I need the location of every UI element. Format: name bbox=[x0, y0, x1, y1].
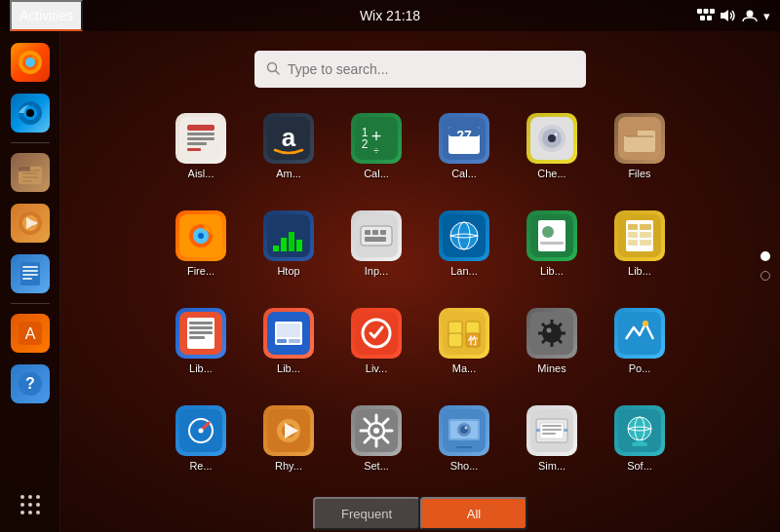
search-input[interactable] bbox=[288, 61, 574, 77]
shotwell-icon bbox=[439, 405, 489, 456]
app-mahjongg[interactable]: 竹 Ma... bbox=[420, 292, 508, 390]
sound-icon[interactable] bbox=[721, 9, 736, 22]
frequent-tab[interactable]: Frequent bbox=[313, 497, 420, 530]
app-libre-calc[interactable]: Lib... bbox=[596, 195, 683, 292]
app-aisle[interactable]: Aisl... bbox=[157, 97, 245, 195]
network-icon[interactable] bbox=[697, 9, 715, 22]
svg-point-34 bbox=[36, 495, 40, 499]
svg-rect-1 bbox=[704, 9, 709, 14]
app-files[interactable]: Files bbox=[596, 97, 683, 195]
svg-line-42 bbox=[276, 70, 280, 74]
mahjongg-icon: 竹 bbox=[439, 308, 489, 359]
app-rhythmbox[interactable]: Rhy... bbox=[245, 390, 332, 487]
app-livepatch[interactable]: Liv... bbox=[332, 292, 420, 390]
app-language[interactable]: Lan... bbox=[420, 195, 508, 292]
app-input[interactable]: Inp... bbox=[332, 195, 420, 292]
sidebar-item-thunderbird[interactable] bbox=[7, 90, 54, 136]
libre-calc-label: Lib... bbox=[628, 265, 651, 277]
svg-rect-24 bbox=[22, 266, 38, 268]
aisle-label: Aisl... bbox=[188, 168, 214, 179]
all-tab[interactable]: All bbox=[420, 497, 527, 530]
svg-rect-82 bbox=[372, 230, 378, 235]
dropdown-icon[interactable]: ▾ bbox=[763, 9, 770, 23]
app-power[interactable]: Po... bbox=[596, 292, 683, 390]
libre-writer-label: Lib... bbox=[189, 362, 213, 374]
svg-rect-96 bbox=[628, 232, 638, 238]
app-simple-scan[interactable]: Sim... bbox=[508, 390, 596, 487]
app-shotwell[interactable]: Sho... bbox=[420, 390, 508, 487]
svg-rect-157 bbox=[542, 429, 562, 431]
svg-rect-47 bbox=[187, 142, 207, 145]
simple-scan-label: Sim... bbox=[538, 460, 566, 472]
svg-rect-97 bbox=[640, 232, 651, 238]
sidebar-item-writer[interactable] bbox=[7, 250, 54, 297]
svg-rect-69 bbox=[624, 131, 638, 136]
app-settings[interactable]: Set... bbox=[332, 390, 420, 487]
help-sidebar-icon: ? bbox=[11, 364, 50, 403]
svg-rect-44 bbox=[187, 125, 214, 131]
svg-rect-48 bbox=[187, 148, 201, 151]
rhythmbox-sidebar-icon bbox=[11, 204, 50, 243]
search-icon bbox=[266, 61, 280, 78]
sidebar-item-rhythmbox[interactable] bbox=[7, 200, 54, 247]
svg-rect-95 bbox=[640, 224, 651, 230]
svg-text:竹: 竹 bbox=[467, 335, 479, 346]
app-libre-draw[interactable]: Lib... bbox=[508, 195, 596, 292]
writer-sidebar-icon bbox=[11, 254, 50, 293]
main-area: Aisl... a Am... + ÷ 1 2 bbox=[60, 31, 780, 532]
svg-rect-17 bbox=[22, 180, 32, 182]
app-software[interactable]: Sof... bbox=[596, 390, 683, 487]
sidebar-item-help[interactable]: ? bbox=[7, 361, 54, 407]
appstore-sidebar-icon: A bbox=[11, 314, 50, 353]
calendar-label: Cal... bbox=[451, 168, 477, 179]
svg-point-9 bbox=[25, 57, 35, 67]
libre-impress-icon bbox=[263, 308, 314, 359]
amazon-label: Am... bbox=[276, 168, 301, 179]
app-cheese[interactable]: Che... bbox=[508, 97, 596, 195]
svg-text:÷: ÷ bbox=[373, 145, 379, 156]
app-calc[interactable]: + ÷ 1 2 Cal... bbox=[332, 97, 420, 195]
svg-rect-76 bbox=[281, 238, 287, 251]
svg-marker-5 bbox=[721, 10, 728, 21]
activities-button[interactable]: Activities bbox=[10, 0, 83, 31]
svg-rect-45 bbox=[187, 133, 214, 135]
svg-rect-3 bbox=[700, 16, 705, 20]
svg-rect-149 bbox=[456, 440, 472, 444]
sidebar-item-appstore[interactable]: A bbox=[7, 310, 54, 357]
apps-grid-icon[interactable] bbox=[19, 493, 42, 516]
svg-point-12 bbox=[26, 109, 34, 117]
libre-calc-icon bbox=[614, 210, 665, 261]
app-firefox[interactable]: Fire... bbox=[157, 195, 245, 292]
app-amazon[interactable]: a Am... bbox=[245, 97, 332, 195]
scroll-dot-2 bbox=[760, 271, 770, 281]
simple-scan-icon bbox=[526, 405, 577, 456]
svg-point-90 bbox=[542, 226, 554, 238]
app-libre-impress[interactable]: Lib... bbox=[245, 292, 332, 390]
svg-rect-61 bbox=[470, 123, 474, 131]
app-calendar[interactable]: 27 Cal... bbox=[420, 97, 508, 195]
remmina-icon bbox=[176, 405, 226, 456]
app-remmina[interactable]: Re... bbox=[157, 390, 245, 487]
shotwell-label: Sho... bbox=[450, 460, 479, 472]
app-mines[interactable]: Mines bbox=[508, 292, 596, 390]
svg-point-160 bbox=[628, 417, 651, 440]
files-grid-label: Files bbox=[628, 168, 650, 179]
svg-point-129 bbox=[547, 328, 552, 333]
svg-rect-84 bbox=[365, 237, 386, 242]
app-htop[interactable]: Htop bbox=[245, 195, 332, 292]
svg-rect-27 bbox=[22, 278, 32, 280]
app-libre-writer[interactable]: Lib... bbox=[157, 292, 245, 390]
svg-point-73 bbox=[198, 233, 204, 239]
mahjongg-label: Ma... bbox=[452, 362, 476, 374]
user-menu-icon[interactable] bbox=[742, 9, 758, 22]
svg-text:a: a bbox=[282, 123, 296, 152]
mines-label: Mines bbox=[537, 362, 566, 374]
sidebar-item-files[interactable] bbox=[7, 149, 54, 196]
sidebar-item-firefox[interactable] bbox=[7, 39, 54, 86]
svg-rect-60 bbox=[454, 123, 458, 131]
settings-icon bbox=[351, 405, 402, 456]
svg-rect-4 bbox=[707, 16, 712, 20]
libre-impress-label: Lib... bbox=[277, 362, 300, 374]
svg-point-148 bbox=[465, 427, 468, 430]
svg-rect-80 bbox=[361, 226, 392, 246]
